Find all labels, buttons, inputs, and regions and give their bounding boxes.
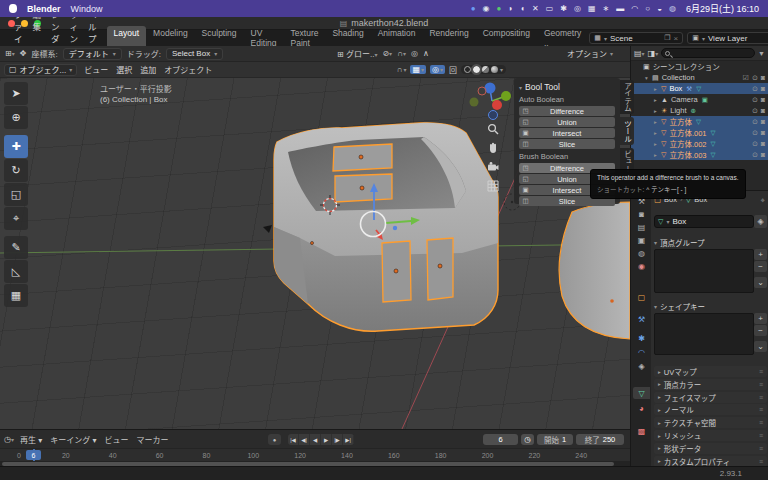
properties-tab-physics[interactable]: ◠	[633, 346, 650, 358]
drag-dropdown[interactable]: Select Box ▾	[166, 48, 223, 60]
timeline-menu-4[interactable]: マーカー	[133, 434, 173, 445]
timeline-menu-2[interactable]: キーイング ▾	[46, 434, 100, 445]
app-icon-green[interactable]: ●	[497, 5, 502, 13]
shading-dropdown-icon[interactable]: ▾	[500, 66, 503, 73]
filter-funnel-icon[interactable]: ▼	[758, 50, 765, 57]
shape-key-specials-button[interactable]: ⌄	[754, 341, 767, 352]
disable-render-icon[interactable]: ◙	[761, 140, 765, 148]
timeline-menu-1[interactable]: 再生 ▾	[16, 434, 46, 445]
scene-selector[interactable]: ▦ ▾ Scene ❐ ×	[589, 32, 683, 44]
drag-handle-icon[interactable]: ≡	[759, 445, 763, 452]
outliner-filter-dropdown[interactable]: ◨▾	[648, 49, 659, 58]
disable-render-icon[interactable]: ◙	[761, 129, 765, 137]
disable-render-icon[interactable]: ◙	[761, 85, 765, 93]
properties-tab-view-layer[interactable]: ▣	[633, 234, 650, 246]
properties-tab-particles[interactable]: ✱	[633, 332, 650, 344]
measure-tool-button[interactable]: ◺	[4, 260, 28, 283]
drag-handle-icon[interactable]: ≡	[759, 368, 763, 375]
properties-tab-constraints[interactable]: ◈	[633, 360, 650, 372]
disable-render-icon[interactable]: ◙	[761, 96, 765, 104]
play-button[interactable]: ▶	[321, 434, 332, 445]
fake-user-shield-button[interactable]: ◈	[754, 215, 767, 228]
annotate-tool-button[interactable]: ✎	[4, 236, 28, 259]
panel-1-header[interactable]: ▸UVマップ≡	[654, 366, 767, 377]
outliner-row-scene-collection[interactable]: ▣シーンコレクション	[631, 61, 768, 72]
ortho-grid-icon[interactable]	[486, 179, 499, 192]
solid-shading-button[interactable]	[473, 66, 480, 73]
outliner-row-object-cube[interactable]: ▸▽立方体▽⊙◙	[631, 116, 768, 127]
hide-eye-icon[interactable]: ⊙	[752, 129, 758, 137]
outliner-row-object-cube-003[interactable]: ▸▽立方体.003▽⊙◙	[631, 149, 768, 160]
auto-difference-button[interactable]: ◳Difference	[519, 106, 615, 116]
pivot-point-dropdown[interactable]: ⊘▾	[382, 49, 392, 58]
jump-to-end-button[interactable]: ▶|	[343, 434, 354, 445]
remove-shape-key-button[interactable]: −	[754, 325, 767, 336]
vertex-group-specials-button[interactable]: ⌄	[754, 277, 767, 288]
timeline-menu-3[interactable]: ビュー	[101, 434, 133, 445]
drag-handle-icon[interactable]: ≡	[759, 432, 763, 439]
material-shading-button[interactable]	[482, 66, 489, 73]
bool-tool-panel-header[interactable]: ▾ Bool Tool	[519, 82, 615, 92]
navigation-gizmo[interactable]	[468, 80, 514, 124]
wireframe-shading-button[interactable]	[464, 66, 471, 73]
hide-eye-icon[interactable]: ⊙	[752, 96, 758, 104]
drag-handle-icon[interactable]: ≡	[759, 419, 763, 426]
play-reverse-button[interactable]: ◀	[310, 434, 321, 445]
expander-icon[interactable]: ▸	[652, 152, 659, 158]
properties-tab-world[interactable]: ◉	[633, 260, 650, 272]
hide-eye-icon[interactable]: ⊙	[752, 118, 758, 126]
panel-6-header[interactable]: ▸リメッシュ≡	[654, 430, 767, 441]
expander-icon[interactable]: ▸	[652, 97, 659, 103]
hide-eye-icon[interactable]: ⊙	[752, 107, 758, 115]
menubar-app-name[interactable]: Blender	[27, 4, 61, 14]
display-icon[interactable]: ▭	[546, 5, 554, 13]
auto-union-button[interactable]: ◱Union	[519, 117, 615, 127]
select-box-tool-button[interactable]: ➤	[4, 82, 28, 105]
outliner-display-mode-dropdown[interactable]: ▤▾	[634, 49, 645, 58]
view-layer-selector[interactable]: ▣ ▾ View Layer ❐ ×	[687, 32, 768, 44]
proportional-falloff-dropdown[interactable]: ∧	[423, 49, 429, 58]
viewport-menu-4[interactable]: オブジェクト	[160, 64, 216, 75]
orientation-dropdown[interactable]: デフォルト ▾	[63, 48, 122, 60]
add-shape-key-button[interactable]: +	[754, 313, 767, 324]
timeline-ruler[interactable]: 020406080100120140160180200220240 6	[0, 448, 630, 461]
transform-tool-button[interactable]: ⌖	[4, 207, 28, 230]
panel-4-header[interactable]: ▸ノーマル≡	[654, 404, 767, 415]
overlays-dropdown[interactable]: ◎▾	[430, 65, 445, 74]
mode-dropdown[interactable]: ▢ オブジェク... ▾	[4, 64, 77, 76]
properties-tab-output[interactable]: ▤	[633, 221, 650, 233]
battery-icon[interactable]: ▬	[616, 5, 624, 13]
scale-tool-button[interactable]: ◱	[4, 183, 28, 206]
shape-keys-header[interactable]: ▾シェイプキー	[654, 301, 705, 312]
disc-icon[interactable]: ◎	[574, 5, 581, 13]
outliner-row-object-cube-002[interactable]: ▸▽立方体.002▽⊙◙	[631, 138, 768, 149]
outliner-row-object-box[interactable]: ▸▽Box⚒▽⊙◙	[631, 83, 768, 94]
properties-tab-texture[interactable]: ▩	[633, 425, 650, 437]
editor-type-clock-icon[interactable]: ◷▾	[4, 435, 14, 444]
drag-handle-icon[interactable]: ≡	[759, 458, 763, 465]
volume-icon[interactable]: ◖	[520, 5, 525, 13]
frame-end-field[interactable]: 終了250	[576, 434, 624, 445]
properties-tab-render[interactable]: ◙	[633, 208, 650, 220]
gizmos-dropdown[interactable]: ▦▾	[410, 65, 426, 74]
pin-icon[interactable]: ⌖	[760, 196, 765, 206]
control-center-icon[interactable]: ◒	[657, 5, 662, 13]
exclude-checkbox[interactable]: ☑	[743, 74, 749, 82]
panel-5-header[interactable]: ▸テクスチャ空間≡	[654, 417, 767, 428]
expander-icon[interactable]: ▸	[652, 141, 659, 147]
bluetooth-icon[interactable]: ∗	[603, 5, 610, 13]
hide-eye-icon[interactable]: ⊙	[752, 140, 758, 148]
drag-handle-icon[interactable]: ≡	[759, 406, 763, 413]
disable-render-icon[interactable]: ◙	[761, 107, 765, 115]
menubar-clock[interactable]: 6月29日(土) 16:10	[686, 2, 759, 15]
disable-render-icon[interactable]: ◙	[761, 151, 765, 159]
outliner-row-collection[interactable]: ▾▤Collection☑⊙◙	[631, 72, 768, 83]
app-icon-camera[interactable]: ◉	[483, 5, 490, 13]
unlink-scene-icon[interactable]: ×	[674, 34, 679, 43]
snap-magnet-icon[interactable]: ∩▾	[397, 65, 407, 74]
outliner-search-input[interactable]	[661, 48, 755, 58]
expander-icon[interactable]: ▸	[652, 130, 659, 136]
expander-icon[interactable]: ▸	[652, 119, 659, 125]
properties-tab-material[interactable]: ◕	[633, 402, 650, 414]
transform-orientation-dropdown[interactable]: ⊞ グロー..▾	[337, 48, 377, 59]
